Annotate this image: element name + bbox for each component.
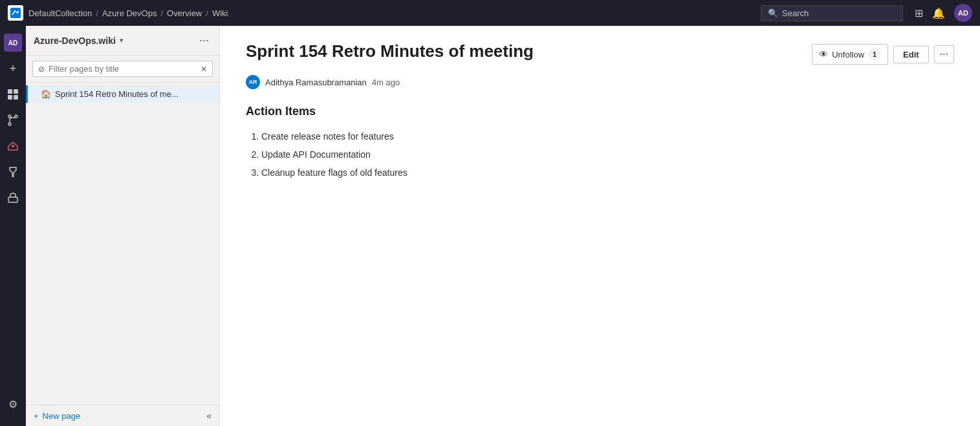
icon-rail: AD + [0, 26, 26, 426]
svg-rect-3 [8, 95, 12, 100]
wiki-chevron-icon: ▾ [120, 36, 124, 45]
main-layout: AD + [0, 26, 980, 426]
top-nav: DefaultCollection / Azure DevOps / Overv… [0, 0, 980, 26]
rail-item-add[interactable]: + [1, 57, 25, 80]
tree-item-label: Sprint 154 Retro Minutes of me... [55, 89, 179, 99]
author-row: AR Adithya Ramasubramanian 4m ago [246, 75, 954, 89]
follow-count-badge: 1 [868, 48, 881, 61]
boards-icon [7, 89, 19, 100]
list-item: Cleanup feature flags of old features [261, 164, 954, 182]
svg-rect-0 [10, 8, 21, 18]
rail-item-boards[interactable] [1, 83, 25, 106]
sidebar-footer: + New page « [26, 405, 219, 426]
filter-row: ⊘ ✕ [26, 56, 219, 83]
svg-rect-1 [8, 89, 12, 94]
list-item: Create release notes for features [261, 127, 954, 145]
filter-clear-icon[interactable]: ✕ [201, 65, 207, 74]
rail-item-testplans[interactable] [1, 160, 25, 184]
author-avatar: AR [246, 75, 260, 89]
devops-logo[interactable] [8, 5, 23, 21]
breadcrumb-azure-devops[interactable]: Azure DevOps [102, 8, 157, 18]
search-box[interactable]: 🔍 Search [761, 5, 903, 21]
filter-icon: ⊘ [38, 65, 45, 74]
tree-item-sprint[interactable]: 🏠 Sprint 154 Retro Minutes of me... [26, 85, 219, 103]
artifacts-icon [7, 192, 19, 204]
time-ago: 4m ago [372, 78, 400, 87]
add-icon: + [10, 62, 17, 76]
sidebar-tree: 🏠 Sprint 154 Retro Minutes of me... [26, 83, 219, 405]
wiki-title: Azure-DevOps.wiki [34, 36, 116, 46]
list-item: Update API Documentation [261, 145, 954, 164]
svg-point-10 [12, 145, 14, 147]
top-nav-icons: ⊞ 🔔 AD [915, 4, 972, 22]
page-home-icon: 🏠 [41, 89, 51, 99]
rail-bottom: ⚙ [1, 392, 25, 421]
new-page-button[interactable]: + New page [34, 411, 80, 421]
rail-item-artifacts[interactable] [1, 186, 25, 209]
unfollow-button[interactable]: 👁 Unfollow 1 [812, 44, 888, 65]
filter-input-wrap[interactable]: ⊘ ✕ [32, 61, 213, 77]
page-actions: 👁 Unfollow 1 Edit ··· [812, 44, 954, 65]
edit-button[interactable]: Edit [893, 46, 929, 63]
breadcrumb-wiki[interactable]: Wiki [212, 8, 228, 18]
breadcrumb-default-collection[interactable]: DefaultCollection [28, 8, 92, 18]
sidebar-header: Azure-DevOps.wiki ▾ ··· [26, 26, 219, 56]
grid-icon[interactable]: ⊞ [915, 7, 923, 19]
breadcrumb: DefaultCollection / Azure DevOps / Overv… [28, 8, 228, 18]
author-name: Adithya Ramasubramanian [265, 78, 367, 87]
sidebar-more-button[interactable]: ··· [197, 32, 212, 48]
action-items-list: Create release notes for features Update… [261, 127, 954, 182]
add-page-icon: + [34, 411, 39, 421]
svg-rect-11 [8, 197, 17, 202]
page-title: Sprint 154 Retro Minutes of meeting [246, 41, 534, 61]
more-options-button[interactable]: ··· [934, 45, 954, 63]
rail-item-pipelines[interactable] [1, 134, 25, 158]
notification-icon[interactable]: 🔔 [932, 7, 945, 19]
svg-point-7 [8, 123, 11, 125]
rail-item-settings[interactable]: ⚙ [1, 392, 25, 416]
testplans-icon [7, 166, 19, 178]
rail-item-logo[interactable]: AD [1, 31, 25, 54]
svg-rect-2 [14, 89, 18, 94]
wiki-title-row[interactable]: Azure-DevOps.wiki ▾ [34, 36, 124, 46]
section-title: Action Items [246, 105, 954, 118]
unfollow-eye-icon: 👁 [819, 49, 828, 59]
collapse-sidebar-button[interactable]: « [206, 410, 212, 421]
user-avatar[interactable]: AD [954, 4, 972, 22]
rail-item-repos[interactable] [1, 109, 25, 132]
page-header-row: Sprint 154 Retro Minutes of meeting 👁 Un… [246, 41, 954, 65]
rail-logo-ad: AD [4, 34, 22, 52]
search-icon: 🔍 [768, 8, 778, 18]
filter-pages-input[interactable] [49, 64, 197, 74]
pipelines-icon [7, 140, 19, 152]
wiki-sidebar: Azure-DevOps.wiki ▾ ··· ⊘ ✕ 🏠 Sprint 154… [26, 26, 220, 426]
content-section: Action Items Create release notes for fe… [246, 105, 954, 182]
repos-icon [7, 114, 19, 126]
main-content: Sprint 154 Retro Minutes of meeting 👁 Un… [220, 26, 980, 426]
unfollow-label: Unfollow [832, 50, 864, 59]
svg-rect-4 [14, 95, 18, 100]
settings-icon: ⚙ [8, 398, 17, 410]
new-page-label: New page [43, 411, 81, 421]
breadcrumb-overview[interactable]: Overview [167, 8, 202, 18]
search-placeholder: Search [782, 8, 809, 18]
